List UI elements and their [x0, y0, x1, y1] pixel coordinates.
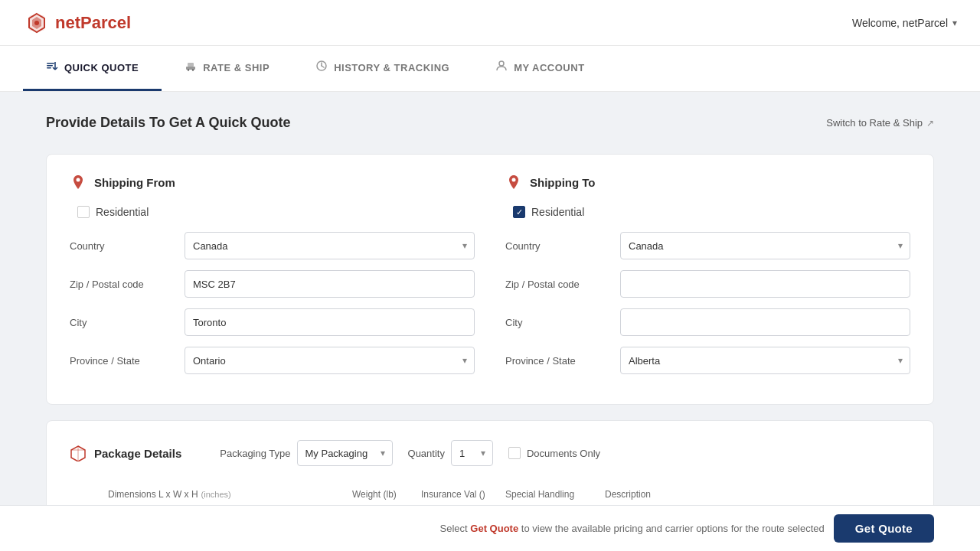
rate-ship-icon — [185, 60, 197, 75]
shipping-from-country-label: Country — [70, 240, 185, 252]
shipping-to-residential-row: Residential — [505, 206, 910, 218]
shipping-from-province-field: Province / State Ontario Alberta British… — [70, 347, 475, 374]
svg-rect-10 — [186, 67, 195, 70]
shipping-to-residential-checkbox[interactable] — [513, 206, 525, 218]
shipping-to-province-select[interactable]: Alberta Ontario British Columbia Quebec — [620, 347, 910, 374]
packaging-select-wrapper: My Packaging FedEx Box UPS Envelope ▾ — [297, 440, 393, 466]
documents-only-checkbox[interactable] — [508, 447, 521, 459]
shipping-from-city-input[interactable] — [185, 308, 475, 336]
quantity-select-wrapper: 1 2 3 4 5 ▾ — [451, 440, 493, 466]
footer-bar: Select Get Quote to view the available p… — [0, 505, 980, 551]
shipping-from-country-wrapper: Canada United States Mexico ▾ — [185, 232, 475, 259]
shipping-from-country-select[interactable]: Canada United States Mexico — [185, 232, 475, 259]
quantity-select[interactable]: 1 2 3 4 5 — [451, 440, 493, 466]
svg-point-18 — [77, 178, 80, 182]
switch-rate-ship-link[interactable]: Switch to Rate & Ship ↗ — [826, 117, 934, 129]
shipping-to-header: Shipping To — [505, 174, 910, 191]
shipping-to-city-input[interactable] — [620, 308, 910, 336]
shipping-from-residential-checkbox[interactable] — [77, 206, 90, 218]
nav-label-quick-quote: QUICK QUOTE — [64, 62, 139, 73]
shipping-to-country-field: Country Canada United States Mexico ▾ — [505, 232, 910, 259]
main-content: Provide Details To Get A Quick Quote Swi… — [0, 92, 980, 551]
shipping-to-title: Shipping To — [530, 176, 596, 189]
col-header-num — [70, 489, 100, 500]
shipping-from-country-field: Country Canada United States Mexico ▾ — [70, 232, 475, 259]
logo: netParcel — [23, 9, 131, 37]
nav-item-quick-quote[interactable]: QUICK QUOTE — [23, 46, 162, 91]
shipping-from-pin-icon — [70, 174, 87, 191]
shipping-from-residential-label: Residential — [96, 206, 149, 218]
shipping-to-province-field: Province / State Alberta Ontario British… — [505, 347, 910, 374]
svg-rect-6 — [47, 67, 51, 69]
svg-rect-11 — [188, 63, 194, 67]
shipping-to-pin-icon — [505, 174, 522, 191]
nav-label-my-account: MY ACCOUNT — [514, 62, 584, 73]
packaging-type-select[interactable]: My Packaging FedEx Box UPS Envelope — [297, 440, 393, 466]
svg-point-3 — [34, 21, 39, 25]
nav-item-rate-ship[interactable]: RATE & SHIP — [162, 46, 292, 91]
welcome-dropdown[interactable]: Welcome, netParcel ▾ — [852, 17, 957, 29]
svg-point-17 — [499, 61, 504, 66]
shipping-from-city-label: City — [70, 317, 185, 328]
svg-line-16 — [322, 66, 324, 67]
quantity-group: Quantity 1 2 3 4 5 ▾ — [408, 440, 493, 466]
switch-link-text: Switch to Rate & Ship — [826, 117, 923, 129]
shipping-to-province-wrapper: Alberta Ontario British Columbia Quebec … — [620, 347, 910, 374]
nav-item-my-account[interactable]: MY ACCOUNT — [472, 46, 607, 91]
main-nav: QUICK QUOTE RATE & SHIP HISTORY & TRACKI… — [0, 46, 980, 92]
package-details-title: Package Details — [94, 447, 181, 460]
shipping-to-province-label: Province / State — [505, 355, 620, 367]
shipping-from-zip-input[interactable] — [185, 270, 475, 298]
col-header-dimensions-label: Dimensions L x W x H — [108, 489, 198, 500]
svg-point-19 — [512, 178, 516, 182]
quantity-label: Quantity — [408, 448, 445, 459]
shipping-to-country-wrapper: Canada United States Mexico ▾ — [620, 232, 910, 259]
my-account-icon — [495, 60, 508, 75]
shipping-from-header: Shipping From — [70, 174, 475, 191]
col-header-weight: Weight (lb) — [352, 489, 413, 500]
documents-only-group: Documents Only — [508, 447, 600, 459]
shipping-from-province-label: Province / State — [70, 355, 185, 367]
footer-description-text: to view the available pricing and carrie… — [521, 523, 825, 534]
shipping-from-city-field: City — [70, 308, 475, 336]
svg-point-12 — [188, 69, 189, 70]
quick-quote-icon — [46, 60, 58, 75]
shipping-to-zip-input[interactable] — [620, 270, 910, 298]
page-title: Provide Details To Get A Quick Quote — [46, 115, 290, 131]
col-header-actions — [849, 489, 910, 500]
shipping-grid: Shipping From Residential Country Canada… — [70, 174, 910, 385]
col-header-dimensions-unit: (inches) — [201, 490, 231, 499]
external-link-icon: ↗ — [926, 118, 934, 129]
shipping-from-province-select[interactable]: Ontario Alberta British Columbia Quebec — [185, 347, 475, 374]
shipping-to-zip-label: Zip / Postal code — [505, 279, 620, 290]
col-header-insurance: Insurance Val () — [421, 489, 498, 500]
header: netParcel Welcome, netParcel ▾ — [0, 0, 980, 46]
package-details-title-group: Package Details — [70, 445, 181, 461]
col-header-dimensions: Dimensions L x W x H (inches) — [108, 489, 345, 500]
col-header-special: Special Handling — [505, 489, 597, 500]
shipping-to-city-label: City — [505, 317, 620, 328]
shipping-to-city-field: City — [505, 308, 910, 336]
shipping-to-residential-label: Residential — [531, 206, 584, 218]
shipping-from-province-wrapper: Ontario Alberta British Columbia Quebec … — [185, 347, 475, 374]
nav-label-history-tracking: HISTORY & TRACKING — [334, 62, 449, 73]
shipping-to-country-label: Country — [505, 240, 620, 252]
shipping-from-title: Shipping From — [94, 176, 175, 189]
shipping-to-country-select[interactable]: Canada United States Mexico — [620, 232, 910, 259]
footer-select-text: Select — [440, 523, 468, 534]
logo-text: netParcel — [55, 13, 131, 33]
chevron-down-icon: ▾ — [952, 18, 957, 28]
package-details-header-row: Package Details Packaging Type My Packag… — [70, 440, 910, 466]
svg-rect-4 — [47, 63, 54, 64]
shipping-from: Shipping From Residential Country Canada… — [70, 174, 475, 385]
welcome-text: Welcome, netParcel — [852, 17, 948, 29]
package-table-header: Dimensions L x W x H (inches) Weight (lb… — [70, 483, 910, 507]
footer-description: Select Get Quote to view the available p… — [440, 523, 825, 534]
nav-item-history-tracking[interactable]: HISTORY & TRACKING — [292, 46, 472, 91]
shipping-from-zip-label: Zip / Postal code — [70, 279, 185, 290]
packaging-type-group: Packaging Type My Packaging FedEx Box UP… — [220, 440, 392, 466]
get-quote-button[interactable]: Get Quote — [834, 514, 934, 543]
documents-only-label: Documents Only — [527, 448, 600, 459]
footer-get-quote-link[interactable]: Get Quote — [470, 523, 518, 534]
package-details-icon — [70, 445, 87, 461]
